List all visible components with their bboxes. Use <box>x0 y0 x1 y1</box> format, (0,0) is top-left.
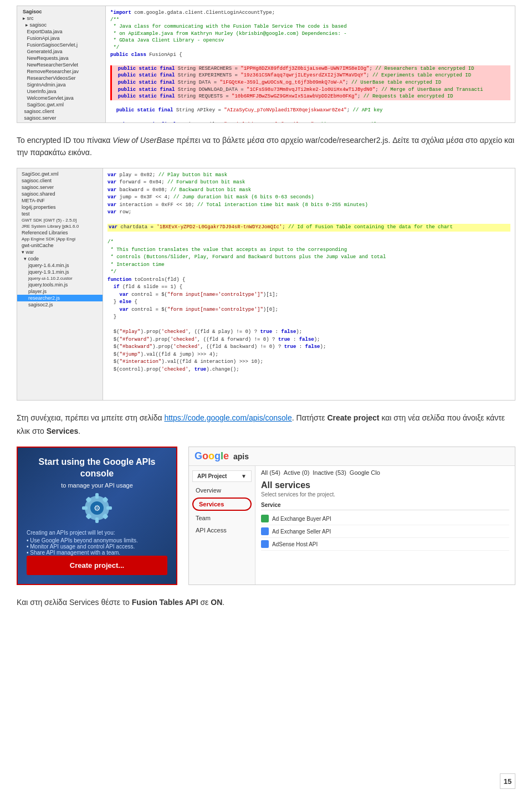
svg-rect-5 <box>106 506 112 510</box>
apis-content: API Project ▼ Overview Services Team API… <box>189 466 515 584</box>
service-row-adsense-host: AdSense Host API <box>261 538 509 551</box>
images-row: Start using the Google APIs console to m… <box>17 447 515 585</box>
second-code-panel: var play = 0x02; // Play button bit mask… <box>103 168 515 400</box>
bottom-text-suffix: σε <box>198 598 211 607</box>
all-services-title: All services <box>261 480 509 490</box>
sidebar-title: Sagisoc <box>17 8 105 15</box>
top-code-panel: *import com.google.gdata.client.ClientLo… <box>106 6 515 122</box>
service-table-header: Service <box>261 502 509 510</box>
service-row-ad-exchange-buyer: Ad Exchange Buyer API <box>261 512 509 525</box>
stat-all: All (54) <box>261 469 280 476</box>
google-apis-console-link[interactable]: https://code.google.com/apis/console <box>164 413 291 422</box>
services-bold: Services <box>47 427 79 435</box>
top-sidebar: Sagisoc ▸ src ▸ sagisoc ExportData.java … <box>17 6 106 122</box>
second-screenshot: SagiSoc.gwt.xml sagisoc.client sagisoc.s… <box>17 168 515 401</box>
stats-bar: All (54) Active (0) Inactive (53) Google… <box>261 469 509 476</box>
apis-nav-sidebar: API Project ▼ Overview Services Team API… <box>189 466 255 584</box>
svg-text:⚙: ⚙ <box>94 504 101 512</box>
bottom-text: Και στη σελίδα Services θέστε το Fusion … <box>17 596 515 608</box>
svg-rect-2 <box>95 493 99 499</box>
text-before-italic: Το encrypted ID του πίνακα <box>17 136 112 145</box>
text-paragraph-1: Το encrypted ID του πίνακα View of UserB… <box>17 134 515 159</box>
stat-inactive: Inactive (53) <box>313 469 346 476</box>
stat-google-cloud: Google Clo <box>350 469 380 476</box>
svg-rect-3 <box>95 517 99 523</box>
api-description: Creating an APIs project will let you: •… <box>27 530 167 556</box>
greek-text-paragraph-2: Στη συνέχεια, πρέπει να μπείτε στη σελίδ… <box>17 412 515 438</box>
bottom-text-end: . <box>222 598 224 607</box>
apis-main-content: All (54) Active (0) Inactive (53) Google… <box>255 466 515 584</box>
italic-view-of-userbase: View of UserBase <box>112 136 174 145</box>
second-sidebar: SagiSoc.gwt.xml sagisoc.client sagisoc.s… <box>17 168 103 400</box>
api-project-selector[interactable]: API Project ▼ <box>192 470 252 482</box>
ad-exchange-seller-icon <box>261 527 269 535</box>
google-apis-header: Google apis <box>189 447 515 466</box>
api-logo-icon: ⚙ <box>78 489 116 529</box>
google-logo: Google apis <box>195 450 249 462</box>
nav-team[interactable]: Team <box>189 512 255 524</box>
highlighted-chartdata-line: var chartdata = '1BXEvX-yZPD2-L0Ggakr7DJ… <box>108 224 510 232</box>
adsense-host-label: AdSense Host API <box>272 541 318 547</box>
greek-text-before-link: Στη συνέχεια, πρέπει να μπείτε στη σελίδ… <box>17 413 164 422</box>
ad-exchange-buyer-icon <box>261 515 269 522</box>
api-project-label: API Project <box>197 473 227 479</box>
bottom-text-prefix: Και στη σελίδα Services θέστε το <box>17 598 132 607</box>
api-project-dropdown-icon[interactable]: ▼ <box>241 473 247 479</box>
adsense-host-icon <box>261 540 269 548</box>
create-project-bold: Create project <box>327 413 379 422</box>
ad-exchange-seller-label: Ad Exchange Seller API <box>272 529 331 535</box>
api-console-title: Start using the Google APIs console to m… <box>27 457 167 489</box>
nav-api-access[interactable]: API Access <box>189 524 255 536</box>
google-apis-console-image: Start using the Google APIs console to m… <box>17 447 177 585</box>
page-number: 15 <box>500 773 515 789</box>
service-row-ad-exchange-seller: Ad Exchange Seller API <box>261 525 509 538</box>
all-services-subtitle: Select services for the project. <box>261 491 509 498</box>
top-screenshot: Sagisoc ▸ src ▸ sagisoc ExportData.java … <box>17 6 515 123</box>
nav-services[interactable]: Services <box>192 498 252 511</box>
on-bold: ON <box>211 598 222 607</box>
create-project-button[interactable]: Create project... <box>27 556 167 575</box>
nav-overview[interactable]: Overview <box>189 484 255 496</box>
fusion-tables-api-bold: Fusion Tables API <box>132 598 198 607</box>
ad-exchange-buyer-label: Ad Exchange Buyer API <box>272 516 331 522</box>
google-apis-services-image: Google apis API Project ▼ Overview Servi… <box>188 447 515 585</box>
svg-rect-4 <box>82 506 88 510</box>
stat-active: Active (0) <box>284 469 309 476</box>
